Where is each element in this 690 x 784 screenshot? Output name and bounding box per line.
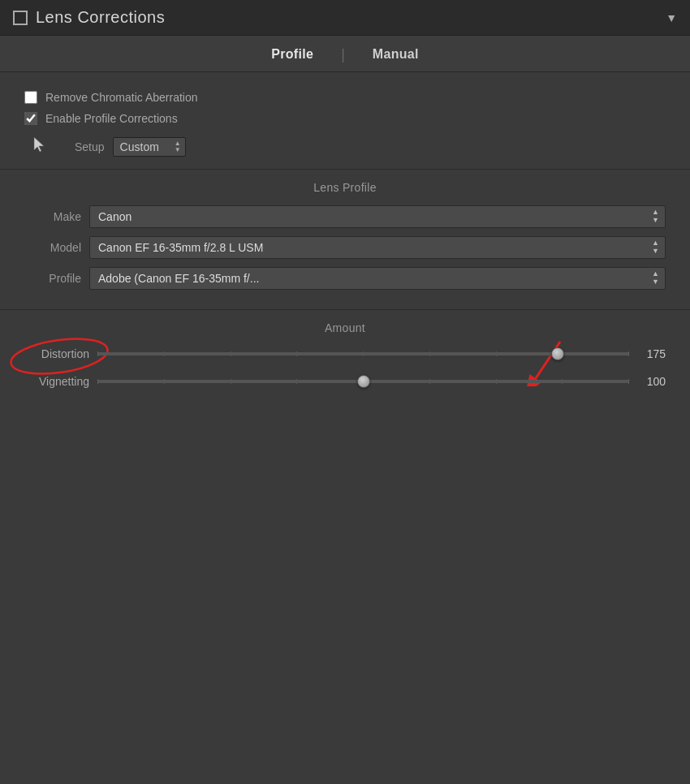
amount-heading: Amount xyxy=(24,321,666,334)
distortion-label-wrapper: Distortion xyxy=(24,347,89,360)
distortion-slider-container[interactable] xyxy=(97,346,629,362)
distortion-row: Distortion xyxy=(24,346,666,362)
distortion-slider[interactable] xyxy=(97,352,629,355)
tab-divider: | xyxy=(338,46,348,63)
panel-header: Lens Corrections ▼ xyxy=(0,0,690,36)
cursor-icon xyxy=(32,136,47,157)
enable-profile-label[interactable]: Enable Profile Corrections xyxy=(45,112,178,125)
lens-profile-section: Lens Profile Make Canon Nikon Sony ▲▼ Mo… xyxy=(0,169,690,309)
model-select-container: Canon EF 16-35mm f/2.8 L USM ▲▼ xyxy=(89,236,666,259)
panel-square-icon xyxy=(13,11,28,25)
setup-select[interactable]: Default Auto Custom xyxy=(113,137,186,157)
vignetting-slider-container[interactable] xyxy=(97,373,629,390)
setup-label: Setup xyxy=(75,140,105,153)
setup-select-wrapper[interactable]: Default Auto Custom ▲▼ xyxy=(113,137,186,157)
vignetting-label: Vignetting xyxy=(24,375,89,388)
lens-profile-heading: Lens Profile xyxy=(24,181,666,194)
profile-select-container: Adobe (Canon EF 16-35mm f/... ▲▼ xyxy=(89,267,666,290)
vignetting-row: Vignetting 100 xyxy=(24,373,666,390)
panel-title: Lens Corrections xyxy=(36,8,165,27)
enable-profile-checkbox[interactable] xyxy=(24,112,37,125)
checkboxes-section: Remove Chromatic Aberration Enable Profi… xyxy=(0,72,690,169)
svg-marker-0 xyxy=(34,137,44,152)
panel-collapse-arrow[interactable]: ▼ xyxy=(666,11,677,24)
remove-chromatic-checkbox[interactable] xyxy=(24,91,37,104)
amount-section-inner: Distortion xyxy=(24,346,666,390)
make-select-container: Canon Nikon Sony ▲▼ xyxy=(89,205,666,228)
amount-section: Amount Distortion xyxy=(0,309,690,425)
tab-manual[interactable]: Manual xyxy=(348,42,443,67)
distortion-text: Distortion xyxy=(41,347,89,360)
vignetting-slider[interactable] xyxy=(97,380,629,383)
enable-profile-row: Enable Profile Corrections xyxy=(24,108,666,129)
lens-corrections-panel: Lens Corrections ▼ Profile | Manual Remo… xyxy=(0,0,690,425)
tab-profile[interactable]: Profile xyxy=(247,42,338,67)
panel-header-left: Lens Corrections xyxy=(13,8,165,27)
profile-label: Profile xyxy=(24,272,81,285)
make-select[interactable]: Canon Nikon Sony xyxy=(89,205,666,228)
distortion-value: 175 xyxy=(637,347,666,360)
model-select[interactable]: Canon EF 16-35mm f/2.8 L USM xyxy=(89,236,666,259)
make-row: Make Canon Nikon Sony ▲▼ xyxy=(24,205,666,228)
remove-chromatic-label[interactable]: Remove Chromatic Aberration xyxy=(45,91,198,104)
make-label: Make xyxy=(24,210,81,223)
vignetting-value: 100 xyxy=(637,375,666,388)
profile-select[interactable]: Adobe (Canon EF 16-35mm f/... xyxy=(89,267,666,290)
model-row: Model Canon EF 16-35mm f/2.8 L USM ▲▼ xyxy=(24,236,666,259)
profile-row: Profile Adobe (Canon EF 16-35mm f/... ▲▼ xyxy=(24,267,666,290)
tabs-bar: Profile | Manual xyxy=(0,36,690,72)
setup-row: Setup Default Auto Custom ▲▼ xyxy=(24,129,666,161)
model-label: Model xyxy=(24,241,81,254)
remove-chromatic-row: Remove Chromatic Aberration xyxy=(24,87,666,108)
